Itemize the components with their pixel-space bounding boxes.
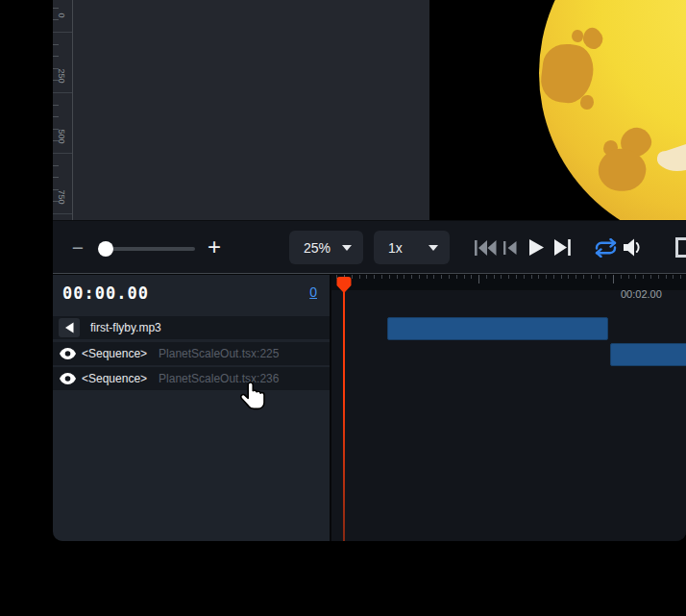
timeline-tick (427, 275, 428, 279)
next-frame-button[interactable] (554, 239, 571, 256)
timeline-tick (613, 275, 614, 283)
timeline-lane-area: 00:02.00 (331, 275, 686, 541)
timeline-tick (433, 275, 434, 279)
canvas-area: 0 250 500 750 (53, 0, 686, 220)
timeline-zoom-in-button[interactable]: + (203, 234, 226, 260)
canvas-ruler-tick (53, 189, 59, 190)
eye-icon (60, 373, 76, 384)
canvas-ruler-tick (53, 105, 59, 106)
timeline-tick (478, 275, 479, 283)
timeline-tick (464, 275, 465, 279)
visibility-toggle-button[interactable] (60, 373, 76, 384)
loop-toggle-button[interactable] (595, 238, 617, 258)
canvas-zoom-value: 25% (304, 240, 331, 256)
canvas-ruler-tick (53, 165, 59, 166)
ruler-label-750: 750 (53, 184, 70, 210)
timeline-tick (419, 275, 420, 279)
clip-bar-sequence-1[interactable] (610, 343, 686, 366)
canvas-ruler-tick (53, 201, 59, 202)
track-row-audio[interactable]: first-flyby.mp3 (53, 316, 330, 339)
zoom-slider-track[interactable] (99, 247, 195, 251)
timeline-tick (531, 275, 532, 279)
play-button[interactable] (529, 239, 544, 256)
timeline-tick (516, 275, 517, 279)
timeline-tick (359, 275, 360, 279)
ruler-label-0: 0 (53, 2, 70, 29)
timeline-tick (366, 275, 367, 279)
track-row-sequence-2[interactable]: <Sequence> PlanetScaleOut.tsx:236 (53, 367, 330, 390)
jump-to-start-button[interactable] (475, 240, 497, 256)
speaker-icon (64, 322, 74, 333)
loop-icon (595, 238, 617, 258)
next-frame-icon (554, 239, 571, 256)
audio-volume-button[interactable] (59, 318, 80, 337)
timeline-tick (374, 275, 375, 279)
timeline-time-label: 00:02.00 (621, 288, 662, 300)
timeline-tick (650, 275, 651, 279)
canvas-zoom-dropdown[interactable]: 25% (289, 231, 363, 264)
previous-frame-button[interactable] (503, 241, 517, 255)
canvas-ruler-tick (53, 80, 59, 81)
playhead-line (343, 278, 345, 541)
timeline-tick (508, 275, 509, 279)
chevron-down-icon (342, 245, 352, 251)
track-row-sequence-1[interactable]: <Sequence> PlanetScaleOut.tsx:225 (53, 342, 330, 365)
timeline-tick (635, 275, 636, 279)
composition-viewport (429, 0, 686, 220)
timeline-tick (673, 275, 674, 279)
canvas-ruler-tick (53, 177, 59, 178)
ruler-label-500: 500 (53, 123, 70, 150)
timeline-tick (538, 275, 539, 279)
in-out-marker-icon[interactable] (675, 237, 686, 258)
planet-highlight-shape (429, 0, 686, 220)
previous-frame-icon (503, 241, 517, 255)
track-source: PlanetScaleOut.tsx:236 (159, 372, 279, 385)
canvas-ruler-tick (53, 56, 59, 57)
canvas-ruler-tick (53, 68, 59, 69)
timeline-tick (389, 275, 390, 279)
toolbar: − + 25% 1x (53, 220, 686, 273)
chevron-down-icon (429, 245, 438, 251)
playback-rate-dropdown[interactable]: 1x (374, 231, 450, 264)
canvas-ruler-tick (53, 19, 59, 20)
play-icon (529, 239, 544, 256)
timeline-tick (449, 275, 450, 279)
timeline-tick (397, 275, 398, 279)
canvas-ruler-tick (53, 116, 59, 117)
timeline-tick (628, 275, 629, 279)
timeline-tick (456, 275, 457, 279)
clip-bar-audio[interactable] (387, 317, 608, 340)
canvas-ruler-tick (53, 32, 72, 33)
timeline-zoom-out-button[interactable]: − (68, 236, 87, 259)
visibility-toggle-button[interactable] (60, 348, 76, 359)
timeline-tick (471, 275, 472, 279)
timeline-tick (501, 275, 502, 279)
volume-icon (624, 238, 642, 257)
frame-indicator-link[interactable]: 0 (309, 284, 317, 300)
playhead-handle[interactable] (335, 276, 353, 294)
ruler-label-250: 250 (53, 62, 70, 89)
zoom-slider-knob[interactable] (98, 241, 113, 257)
track-label: first-flyby.mp3 (90, 321, 161, 334)
track-source: PlanetScaleOut.tsx:225 (159, 347, 279, 360)
timeline-tick (553, 275, 554, 279)
canvas-ruler-tick (53, 129, 59, 130)
timeline-tick (599, 275, 600, 279)
timeline-tick (680, 275, 681, 279)
timeline-tick (524, 275, 525, 279)
timeline-tick (576, 275, 576, 279)
track-label: <Sequence> (82, 347, 147, 360)
eye-icon (60, 348, 76, 359)
timeline-tick (605, 275, 606, 279)
timecode-display: 00:00.00 (62, 283, 149, 303)
timeline-tick (643, 275, 644, 279)
timeline-tick (546, 275, 547, 279)
canvas-ruler-tick (53, 140, 59, 141)
timeline-zoom-slider[interactable] (97, 239, 197, 259)
timeline-tick (494, 275, 495, 279)
timeline-tick (381, 275, 382, 279)
timeline-tick (583, 275, 584, 279)
canvas-ruler-tick (53, 92, 72, 93)
volume-button[interactable] (624, 238, 642, 257)
skip-to-start-icon (475, 240, 497, 256)
